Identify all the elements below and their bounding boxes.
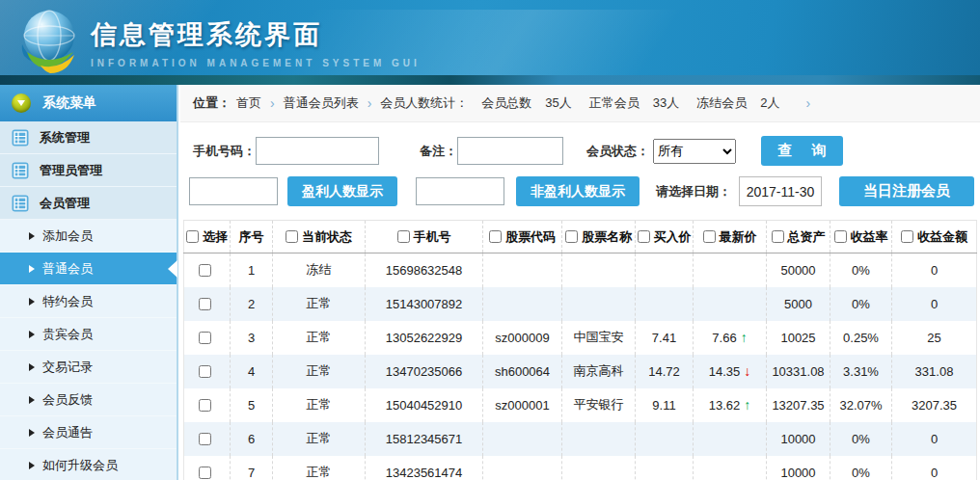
sidebar-item-normal-member[interactable]: 普通会员 bbox=[0, 253, 177, 285]
select-all-checkbox[interactable] bbox=[186, 230, 199, 243]
app-title: 信息管理系统界面 bbox=[91, 17, 421, 52]
cell-stock-name bbox=[562, 253, 636, 287]
nonprofit-count-input[interactable] bbox=[416, 177, 504, 205]
cell-index: 5 bbox=[231, 388, 273, 422]
cell-last-price bbox=[694, 253, 767, 287]
cell-yield-rate: 0% bbox=[830, 287, 892, 321]
filter-row-1: 手机号码： 备注： 会员状态： 所有 查 询 bbox=[193, 136, 980, 166]
col-total-assets-checkbox[interactable] bbox=[772, 230, 784, 243]
app-subtitle: INFORMATION MANAGEMENT SYSTEM GUI bbox=[91, 58, 421, 68]
trend-up-icon: ↑ bbox=[741, 330, 748, 345]
breadcrumb-home-link[interactable]: 首页 bbox=[236, 94, 261, 112]
cell-stock-code bbox=[483, 456, 562, 480]
sidebar-item-label: 交易记录 bbox=[42, 359, 93, 376]
cell-yield-amount: 3207.35 bbox=[892, 388, 977, 422]
col-yield-amount-checkbox[interactable] bbox=[901, 230, 913, 243]
status-select[interactable]: 所有 bbox=[653, 139, 736, 164]
cell-last-price: 14.35↓ bbox=[694, 355, 767, 388]
col-yield-rate-checkbox[interactable] bbox=[834, 230, 847, 243]
sidebar-item-label: 特约会员 bbox=[42, 293, 93, 310]
table-row: 6 正常 15812345671 10000 0% 0 bbox=[184, 422, 977, 456]
cell-stock-name bbox=[562, 287, 636, 321]
table-row: 1 冻结 15698632548 50000 0% 0 bbox=[184, 253, 977, 287]
sidebar-header-system-menu[interactable]: 系统菜单 bbox=[0, 85, 177, 121]
cell-stock-name bbox=[562, 456, 636, 480]
cell-status: 正常 bbox=[273, 321, 366, 355]
note-input[interactable] bbox=[457, 137, 563, 165]
profit-count-input[interactable] bbox=[189, 177, 278, 205]
cell-total-assets: 10331.08 bbox=[767, 355, 830, 388]
cell-phone: 13423561474 bbox=[366, 456, 483, 480]
cell-stock-code bbox=[483, 422, 562, 456]
cell-index: 1 bbox=[231, 253, 273, 287]
cell-total-assets: 5000 bbox=[767, 287, 830, 321]
cell-buy-price bbox=[636, 456, 694, 480]
cell-status: 正常 bbox=[273, 355, 366, 388]
cell-stock-code: sz000001 bbox=[483, 388, 562, 422]
date-label: 请选择日期： bbox=[656, 183, 731, 200]
cell-total-assets: 13207.35 bbox=[767, 388, 830, 422]
sidebar-item-special-member[interactable]: 特约会员 bbox=[0, 285, 177, 318]
row-checkbox[interactable] bbox=[199, 433, 211, 445]
col-stock-code-checkbox[interactable] bbox=[489, 230, 502, 243]
cell-yield-rate: 32.07% bbox=[830, 388, 892, 422]
sidebar-item-member-notice[interactable]: 会员通告 bbox=[0, 416, 177, 449]
cell-phone: 13470235066 bbox=[366, 355, 483, 388]
col-buy-price: 买入价 bbox=[636, 221, 694, 253]
col-last-price-checkbox[interactable] bbox=[703, 230, 716, 243]
sidebar-item-transaction-records[interactable]: 交易记录 bbox=[0, 351, 177, 384]
row-checkbox[interactable] bbox=[199, 298, 211, 310]
triangle-bullet-icon bbox=[29, 265, 35, 273]
date-input[interactable] bbox=[739, 176, 822, 206]
cell-yield-amount: 0 bbox=[892, 456, 977, 480]
sidebar-item-admin-management[interactable]: 管理员管理 bbox=[0, 154, 177, 187]
members-table: 选择 序号 当前状态 手机号 股票代码 股票名称 买入价 最新价 总资产 收益率… bbox=[183, 220, 977, 480]
row-checkbox[interactable] bbox=[199, 399, 211, 412]
col-select: 选择 bbox=[184, 221, 231, 253]
col-status-checkbox[interactable] bbox=[286, 230, 298, 243]
sidebar-item-member-management[interactable]: 会员管理 bbox=[0, 187, 177, 220]
row-checkbox[interactable] bbox=[199, 467, 211, 479]
cell-phone: 15143007892 bbox=[366, 287, 483, 321]
row-checkbox[interactable] bbox=[199, 332, 211, 344]
cell-yield-amount: 0 bbox=[892, 422, 977, 456]
triangle-bullet-icon bbox=[29, 298, 35, 306]
cell-last-price: 7.66↑ bbox=[694, 321, 767, 355]
chevron-right-icon: › bbox=[270, 95, 275, 111]
sidebar-item-add-member[interactable]: 添加会员 bbox=[0, 220, 177, 253]
sidebar-item-vip-member[interactable]: 贵宾会员 bbox=[0, 318, 177, 351]
cell-last-price: 13.62↑ bbox=[694, 388, 767, 422]
table-row: 4 正常 13470235066 sh600064 南京高科 14.72 14.… bbox=[184, 355, 977, 388]
stat-normal-value: 33人 bbox=[653, 94, 679, 112]
today-registered-button[interactable]: 当日注册会员 bbox=[839, 176, 974, 206]
globe-logo-icon bbox=[15, 6, 87, 81]
col-phone-checkbox[interactable] bbox=[397, 230, 410, 243]
table-row: 7 正常 13423561474 10000 0% 0 bbox=[184, 456, 977, 480]
cell-index: 3 bbox=[231, 321, 273, 355]
col-buy-price-checkbox[interactable] bbox=[638, 230, 650, 243]
profit-display-button[interactable]: 盈利人数显示 bbox=[287, 176, 397, 206]
cell-index: 7 bbox=[231, 456, 273, 480]
table-grid-icon bbox=[12, 162, 29, 179]
cell-yield-rate: 0.25% bbox=[830, 321, 892, 355]
row-checkbox[interactable] bbox=[199, 365, 211, 378]
sidebar-item-label: 普通会员 bbox=[42, 260, 93, 278]
breadcrumb-list-link[interactable]: 普通会员列表 bbox=[284, 94, 359, 112]
chevron-right-icon: › bbox=[806, 95, 811, 111]
cell-yield-amount: 25 bbox=[892, 321, 977, 355]
triangle-bullet-icon bbox=[29, 429, 35, 437]
sidebar-item-member-feedback[interactable]: 会员反馈 bbox=[0, 384, 177, 416]
col-stock-name-checkbox[interactable] bbox=[565, 230, 578, 243]
sidebar-item-how-to-upgrade[interactable]: 如何升级会员 bbox=[0, 449, 177, 480]
col-yield-amount: 收益金额 bbox=[892, 221, 977, 253]
sidebar-item-system-management[interactable]: 系统管理 bbox=[0, 121, 177, 154]
search-button[interactable]: 查 询 bbox=[761, 136, 843, 166]
cell-total-assets: 10000 bbox=[767, 456, 830, 480]
phone-input[interactable] bbox=[256, 137, 379, 165]
banner: 信息管理系统界面 INFORMATION MANAGEMENT SYSTEM G… bbox=[0, 0, 980, 85]
cell-stock-code bbox=[483, 253, 562, 287]
triangle-bullet-icon bbox=[29, 462, 35, 469]
stat-total-label: 会员总数 bbox=[481, 94, 531, 112]
row-checkbox[interactable] bbox=[199, 264, 211, 277]
nonprofit-display-button[interactable]: 非盈利人数显示 bbox=[516, 176, 640, 206]
